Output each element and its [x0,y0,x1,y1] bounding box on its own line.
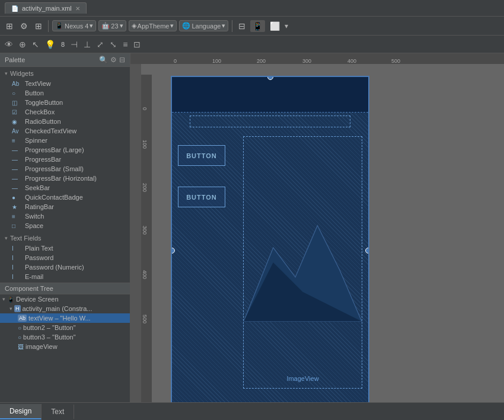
canvas-area: 0 100 200 300 400 500 0 100 200 300 400 … [130,53,504,402]
palette-header-icons: 🔍 ⚙ ⊟ [99,56,125,64]
spinner-icon: ≡ [12,137,21,144]
textview-label: TextView [25,80,51,87]
tf-group-label: Text Fields [10,235,42,242]
grid-button[interactable]: ⊟ [236,20,248,32]
palette-item-progressbar[interactable]: — ProgressBar [0,155,130,164]
palette-item-checkedtextview[interactable]: Av CheckedTextView [0,126,130,136]
button-icon: ○ [12,90,21,97]
phone-imageview[interactable]: ImageView [243,136,362,389]
ruler-horizontal: 0 100 200 300 400 500 [130,53,504,64]
filter-button[interactable]: ⊞ [33,20,44,32]
phone-canvas: BUTTON BUTTON ImageView [171,76,369,402]
file-icon: 📄 [11,5,18,12]
tree-button2[interactable]: ○ button2 – "Button" [0,323,130,332]
ruler-v-500: 500 [142,315,148,323]
tree-imageview[interactable]: 🖼 imageView [0,342,130,351]
palette-toggle-button[interactable]: ⊞ [4,20,15,32]
chevron-down-icon-api: ▾ [120,22,123,30]
tree-textview[interactable]: Ab textView – "Hello W... [0,313,130,323]
device-icon: 📱 [55,22,63,30]
tf-group-arrow: ▾ [5,235,8,241]
phone-button1[interactable]: BUTTON [178,145,225,166]
palette-item-space[interactable]: □ Space [0,221,130,230]
magnet-icon[interactable]: ⊕ [18,39,27,50]
palette-item-checkbox[interactable]: ☑ CheckBox [0,107,130,117]
phone-button2[interactable]: BUTTON [178,187,225,207]
ruler-tick-500: 500 [391,58,400,64]
separator-2 [232,20,232,32]
ratingbar-label: RatingBar [25,203,54,210]
lightbulb-icon[interactable]: 💡 [44,39,56,50]
plaintext-icon: I [12,245,21,252]
palette-item-email[interactable]: I E-mail [0,272,130,281]
palette-item-togglebutton[interactable]: ◫ ToggleButton [0,98,130,107]
editor-tab[interactable]: 📄 activity_main.xml ✕ [5,2,87,14]
textfields-section: ▾ Text Fields I Plain Text I Password I … [0,232,130,283]
device-label: Nexus 4 [65,23,88,30]
palette-item-textview[interactable]: Ab TextView [0,79,130,88]
palette-item-ratingbar[interactable]: ★ RatingBar [0,202,130,211]
theme-dropdown[interactable]: ◈ AppTheme ▾ [129,20,177,31]
palette-item-progressbar-small[interactable]: — ProgressBar (Small) [0,164,130,174]
device-dropdown[interactable]: 📱 Nexus 4 ▾ [52,20,96,31]
eye-icon[interactable]: 👁 [4,39,14,50]
title-bar: 📄 activity_main.xml ✕ [0,0,504,17]
palette-item-seekbar[interactable]: — SeekBar [0,183,130,193]
left-panel: Palette 🔍 ⚙ ⊟ ▾ Widgets Ab TextView ○ Bu… [0,53,130,402]
close-tab-button[interactable]: ✕ [75,5,80,12]
palette-item-quickcontact[interactable]: ● QuickContactBadge [0,193,130,202]
checkbox-icon: ☑ [12,109,21,116]
tree-button3[interactable]: ○ button3 – "Button" [0,332,130,342]
email-label: E-mail [25,273,43,280]
seekbar-icon: — [12,185,21,191]
palette-search-icon[interactable]: 🔍 [99,56,108,64]
tab-text[interactable]: Text [42,405,74,419]
button3-icon-tree: ○ [18,334,21,341]
tree-device-screen[interactable]: ▾ 📱 Device Screen [0,294,130,304]
design-tab-label: Design [9,407,31,415]
pb-icon: — [12,156,21,163]
ruler-v-200: 200 [142,183,148,192]
phone-edittext[interactable] [190,116,350,127]
palette-settings-icon[interactable]: ⚙ [110,56,117,64]
tablet-button[interactable]: ⬜ [267,20,282,32]
language-dropdown[interactable]: 🌐 Language ▾ [179,20,228,31]
resize-handle-right[interactable] [365,248,369,254]
pb-horiz-icon: — [12,175,21,182]
button3-tree-label: button3 – "Button" [23,334,76,341]
main-layout: Palette 🔍 ⚙ ⊟ ▾ Widgets Ab TextView ○ Bu… [0,53,504,402]
palette-item-progressbar-large[interactable]: — ProgressBar (Large) [0,145,130,155]
settings-button[interactable]: ⚙ [18,20,30,32]
togglebutton-label: ToggleButton [25,99,63,106]
design-toolbar: 👁 ⊕ ↖ 💡 8 ⊣ ⊥ ⤢ ⤡ ≡ ⊡ [0,36,504,53]
widgets-label: Widgets [10,70,34,77]
mountain-svg [244,137,362,388]
expand-icon[interactable]: ⤢ [95,39,105,50]
palette-item-password[interactable]: I Password [0,253,130,262]
constraints-icon[interactable]: ⤡ [109,39,118,50]
align-vert-icon[interactable]: ⊥ [82,39,92,50]
palette-item-progressbar-horiz[interactable]: — ProgressBar (Horizontal) [0,174,130,183]
button2-icon-tree: ○ [18,325,21,331]
pb-large-label: ProgressBar (Large) [25,146,84,153]
palette-item-plaintext[interactable]: I Plain Text [0,243,130,253]
palette-item-spinner[interactable]: ≡ Spinner [0,136,130,145]
api-label: 23 [111,23,118,30]
theme-icon: ◈ [132,22,136,30]
cursor-icon[interactable]: ↖ [31,39,40,50]
tree-arrow-device: ▾ [2,296,5,302]
palette-item-switch[interactable]: ≡ Switch [0,211,130,221]
pack-icon[interactable]: ⊡ [132,39,142,50]
palette-item-password-numeric[interactable]: I Password (Numeric) [0,262,130,272]
api-dropdown[interactable]: 🤖 23 ▾ [98,20,126,31]
palette-item-radiobutton[interactable]: ◉ RadioButton [0,117,130,126]
align-icon[interactable]: ≡ [122,39,129,50]
tab-design[interactable]: Design [0,404,42,419]
align-horiz-icon[interactable]: ⊣ [69,39,79,50]
palette-sort-icon[interactable]: ⊟ [119,56,125,64]
palette-item-button[interactable]: ○ Button [0,88,130,98]
tree-activity-main[interactable]: ▾ H activity_main (Constra... [0,304,130,313]
phone-button[interactable]: 📱 [250,20,265,32]
phone-screen: BUTTON BUTTON ImageView [171,76,369,402]
toolbar-arrow: ▾ [285,22,288,30]
